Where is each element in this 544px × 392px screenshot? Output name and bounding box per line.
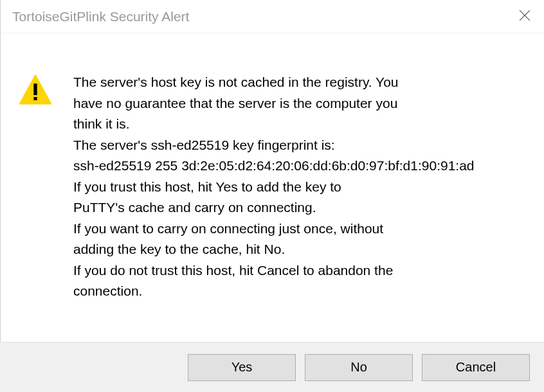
- message-line: The server's ssh-ed25519 key fingerprint…: [73, 135, 518, 156]
- message-line: PuTTY's cache and carry on connecting.: [73, 197, 518, 218]
- no-button[interactable]: No: [305, 354, 413, 381]
- cancel-button[interactable]: Cancel: [422, 354, 530, 381]
- message-line: think it is.: [73, 114, 518, 135]
- message-line: If you want to carry on connecting just …: [73, 218, 518, 240]
- svg-rect-4: [33, 97, 37, 100]
- yes-button[interactable]: Yes: [188, 354, 296, 381]
- svg-rect-3: [33, 84, 37, 95]
- message-line: ssh-ed25519 255 3d:2e:05:d2:64:20:06:dd:…: [73, 156, 518, 177]
- message-line: If you trust this host, hit Yes to add t…: [73, 177, 518, 198]
- warning-icon: [17, 72, 54, 105]
- dialog-message: The server's host key is not cached in t…: [73, 72, 518, 302]
- message-line: connection.: [73, 281, 518, 302]
- close-button[interactable]: [518, 10, 531, 23]
- message-line: If you do not trust this host, hit Cance…: [73, 260, 518, 281]
- title-bar: TortoiseGitPlink Security Alert: [1, 0, 544, 33]
- dialog-content: The server's host key is not cached in t…: [1, 33, 544, 302]
- dialog-title: TortoiseGitPlink Security Alert: [12, 9, 189, 24]
- message-line: The server's host key is not cached in t…: [73, 72, 518, 93]
- message-line: adding the key to the cache, hit No.: [73, 239, 518, 260]
- close-icon: [519, 10, 530, 24]
- button-bar: Yes No Cancel: [0, 342, 544, 392]
- message-line: have no guarantee that the server is the…: [73, 93, 518, 114]
